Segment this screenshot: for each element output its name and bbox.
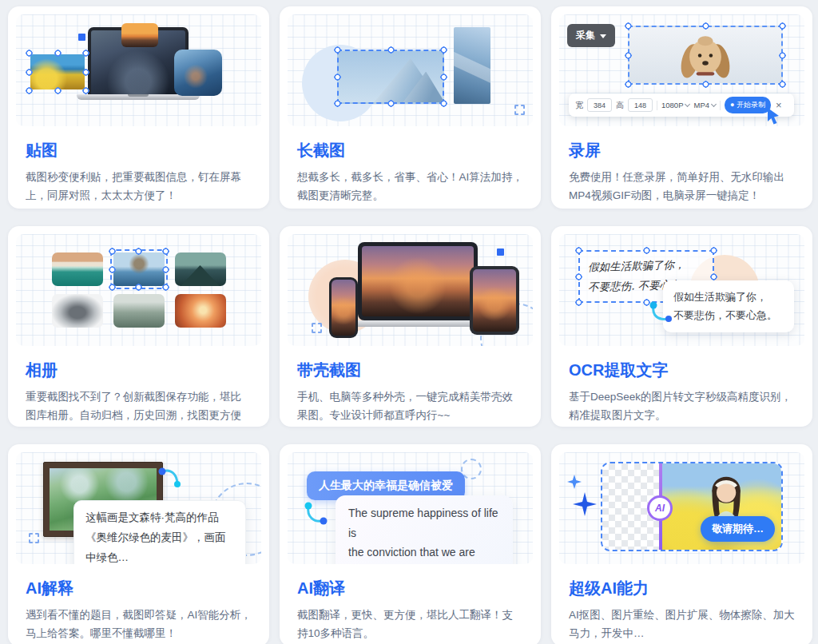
feature-card-screen-record: 采集 宽 高: [551, 6, 812, 209]
super-ai-illustration: AI 敬请期待…: [559, 452, 804, 564]
laptop-mockup: [358, 242, 478, 320]
ocr-illustration: 假如生活欺骗了你， 不要悲伤. 不要心急 假如生活欺骗了你， 不要悲伤，不要心急…: [559, 234, 804, 346]
feature-title-super-ai[interactable]: 超级AI能力: [569, 578, 795, 599]
decor-dashed-square: [29, 533, 39, 543]
phone-mockup: [329, 277, 358, 338]
pinned-image-flowers: [30, 54, 85, 89]
ai-matting-preview: AI 敬请期待…: [601, 462, 783, 551]
feature-card-super-ai: AI 敬请期待… 超级AI能力 AI抠图、图片重绘、图片扩展、物体擦除、加大马力…: [551, 444, 812, 644]
sparkle-icon: [566, 473, 599, 521]
photo-thumbnail-mountains: [175, 252, 226, 286]
album-illustration: [16, 234, 261, 346]
capture-button[interactable]: 采集: [567, 24, 615, 47]
ocr-result-line: 不要悲伤，不要心急。: [673, 306, 784, 324]
feature-title-screen-record[interactable]: 录屏: [569, 140, 795, 161]
photo-thumbnail-ink-art: [52, 294, 103, 328]
selection-handles: [26, 50, 89, 94]
feature-title-ocr[interactable]: OCR提取文字: [569, 360, 795, 381]
ocr-result-tooltip: 假如生活欺骗了你， 不要悲伤，不要心急。: [663, 280, 794, 332]
divider: [657, 101, 657, 110]
feature-desc-ocr: 基于DeepSeek的图片转文字秒级高精度识别，精准提取图片文字。: [569, 388, 795, 424]
pinned-image-sunset: [121, 23, 158, 47]
long-screenshot-strip: [454, 27, 490, 104]
feature-card-ocr: 假如生活欺骗了你， 不要悲伤. 不要心急 假如生活欺骗了你， 不要悲伤，不要心急…: [551, 226, 812, 427]
feature-title-ai-explain[interactable]: AI解释: [26, 578, 252, 599]
feature-desc-device-frame: 手机、电脑等多种外壳，一键完成精美带壳效果图。专业设计师都直呼内行~~: [297, 388, 523, 424]
translate-result-card: The supreme happiness of life is the con…: [336, 495, 513, 564]
selection-handles: [109, 248, 169, 291]
feature-title-album[interactable]: 相册: [26, 360, 252, 381]
height-input[interactable]: [628, 98, 653, 112]
connector-icon: [302, 500, 329, 527]
feature-desc-ai-explain: 遇到看不懂的题目，截图即答疑，AI智能分析，马上给答案。哪里不懂截哪里！: [26, 606, 252, 642]
feature-card-long-screenshot: 长截图 想截多长，截多长，省事、省心！AI算法加持，截图更清晰完整。: [280, 6, 541, 209]
record-selection: [628, 26, 783, 85]
photo-grid: [16, 234, 261, 346]
start-record-button[interactable]: ● 开始录制: [725, 97, 771, 113]
dropdown-arrow-icon: [600, 34, 606, 42]
ai-explain-illustration: 这幅画是文森特·梵高的作品《奥维尔绿色的麦田》，画面中绿色…: [16, 452, 261, 564]
pinned-image-lake: [174, 50, 222, 96]
feature-desc-long-screenshot: 想截多长，截多长，省事、省心！AI算法加持，截图更清晰完整。: [297, 168, 523, 205]
feature-title-device-frame[interactable]: 带壳截图: [297, 360, 523, 381]
photo-thumbnail-sunset: [175, 294, 226, 328]
translate-result-line: the conviction that we are loved: [348, 543, 500, 564]
decor-blue-square: [78, 34, 85, 41]
connector-icon: [649, 301, 674, 325]
ocr-result-line: 假如生活欺骗了你，: [673, 288, 784, 306]
dog-photo: [669, 32, 742, 83]
decor-dashed-square: [514, 105, 525, 115]
feature-card-device-frame: 带壳截图 手机、电脑等多种外壳，一键完成精美带壳效果图。专业设计师都直呼内行~~: [280, 226, 541, 427]
photo-thumbnail-forest: [113, 294, 165, 328]
feature-title-long-screenshot[interactable]: 长截图: [297, 140, 523, 161]
feature-desc-super-ai: AI抠图、图片重绘、图片扩展、物体擦除、加大马力，开发中…: [569, 606, 795, 642]
translate-result-line: The supreme happiness of life is: [348, 503, 500, 543]
ai-badge: AI: [647, 495, 673, 521]
tablet-mockup: [470, 266, 519, 335]
ai-explain-tooltip: 这幅画是文森特·梵高的作品《奥维尔绿色的麦田》，画面中绿色…: [73, 500, 246, 564]
width-label: 宽: [575, 100, 583, 111]
screenshot-selection: [337, 50, 444, 104]
screen-record-illustration: 采集 宽 高: [559, 14, 804, 126]
coming-soon-pill: 敬请期待…: [701, 516, 775, 542]
photo-thumbnail-beach: [52, 252, 103, 286]
feature-card-pin: 贴图 截图秒变便利贴，把重要截图信息，钉在屏幕上，同屏对照，太太太方便了！: [8, 6, 269, 209]
resolution-dropdown[interactable]: 1080P: [661, 101, 689, 109]
chevron-down-icon: [685, 101, 690, 106]
ai-translate-illustration: 人生最大的幸福是确信被爱 The supreme happiness of li…: [288, 452, 533, 564]
cursor-icon: [767, 108, 783, 125]
long-screenshot-illustration: [288, 14, 533, 126]
feature-title-pin[interactable]: 贴图: [26, 140, 252, 161]
divider: [720, 101, 721, 110]
feature-card-ai-translate: 人生最大的幸福是确信被爱 The supreme happiness of li…: [280, 444, 541, 644]
record-toolbar: 宽 高 1080P MP4 ● 开始录制 ×: [569, 93, 794, 117]
feature-title-ai-translate[interactable]: AI翻译: [297, 578, 523, 599]
decor-dashed-square: [312, 323, 322, 333]
pin-illustration: [16, 14, 261, 126]
feature-desc-ai-translate: 截图翻译，更快、更方便，堪比人工翻译！支持10多种语言。: [297, 606, 523, 642]
height-label: 高: [616, 100, 624, 111]
device-frame-illustration: [288, 234, 533, 346]
chevron-down-icon: [711, 101, 717, 106]
feature-desc-pin: 截图秒变便利贴，把重要截图信息，钉在屏幕上，同屏对照，太太太方便了！: [26, 168, 252, 205]
feature-desc-album: 重要截图找不到了？创新截图保存功能，堪比图库相册。自动归档，历史回溯，找图更方便…: [26, 388, 252, 427]
photo-thumbnail-tree-selected: [113, 252, 165, 286]
feature-card-ai-explain: 这幅画是文森特·梵高的作品《奥维尔绿色的麦田》，画面中绿色… AI解释 遇到看不…: [8, 444, 269, 644]
format-dropdown[interactable]: MP4: [693, 101, 716, 109]
laptop-base: [345, 320, 490, 327]
decor-blue-square: [497, 248, 504, 256]
feature-card-album: 相册 重要截图找不到了？创新截图保存功能，堪比图库相册。自动归档，历史回溯，找图…: [8, 226, 269, 427]
feature-grid: 贴图 截图秒变便利贴，把重要截图信息，钉在屏幕上，同屏对照，太太太方便了！ 长截…: [0, 0, 818, 644]
connector-icon: [157, 465, 184, 491]
width-input[interactable]: [587, 98, 612, 112]
feature-desc-screen-record: 免费使用！任意录屏，简单好用、无水印输出MP4视频GIF动图，电脑录屏一键搞定！: [569, 168, 795, 205]
